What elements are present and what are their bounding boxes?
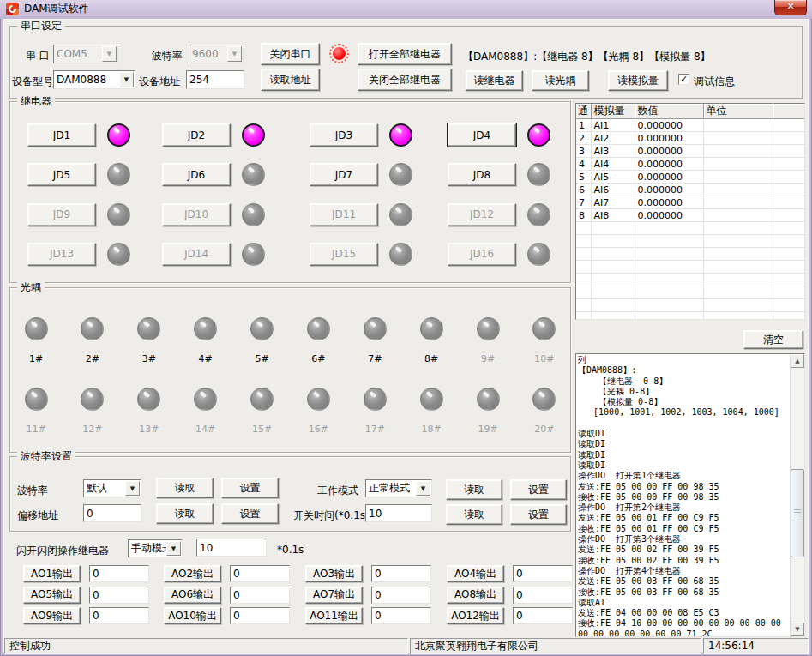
- opto-channel-label: 8#: [424, 353, 438, 364]
- offset-read-button[interactable]: 读取: [156, 503, 214, 524]
- relay-button[interactable]: JD5: [27, 163, 96, 186]
- scroll-up-icon[interactable]: ▲: [791, 354, 804, 368]
- baudrate-set-button[interactable]: 设置: [221, 478, 279, 498]
- relay-button[interactable]: JD4: [448, 123, 516, 147]
- offset-address-input[interactable]: [83, 504, 141, 522]
- read-address-button[interactable]: 读取地址: [261, 69, 320, 91]
- close-all-relays-button[interactable]: 关闭全部继电器: [358, 69, 452, 91]
- ao-output-button[interactable]: AO3输出: [305, 565, 363, 582]
- relay-button[interactable]: JD12: [448, 203, 516, 226]
- ao-value-input[interactable]: [371, 587, 431, 604]
- dropdown-arrow-icon[interactable]: ▼: [125, 481, 140, 496]
- ao-output-button[interactable]: AO5输出: [23, 587, 81, 604]
- ao-output-button[interactable]: AO11输出: [305, 607, 363, 624]
- ao-value-input[interactable]: [371, 607, 431, 624]
- read-analog-button[interactable]: 读模拟量: [608, 70, 668, 91]
- switch-time-input[interactable]: [365, 504, 432, 522]
- ao-value-input[interactable]: [513, 587, 573, 604]
- dropdown-arrow-icon[interactable]: ▼: [119, 72, 134, 87]
- relay-button[interactable]: JD16: [448, 243, 516, 266]
- ao-value-input[interactable]: [89, 607, 149, 624]
- scrollbar-thumb[interactable]: [791, 469, 804, 557]
- flash-time-input[interactable]: [196, 539, 267, 557]
- relay-button[interactable]: JD9: [27, 203, 96, 226]
- relay-button[interactable]: JD11: [310, 203, 378, 226]
- title-bar: DAM调试软件 ✕: [0, 0, 812, 19]
- baudrate-select[interactable]: 9600 ▼: [189, 45, 244, 63]
- relay-button[interactable]: JD10: [162, 203, 231, 226]
- ao-output-button[interactable]: AO12输出: [447, 607, 504, 624]
- opto-channel-label: 1#: [29, 353, 43, 364]
- relay-button[interactable]: JD14: [162, 243, 231, 266]
- relay-button[interactable]: JD1: [27, 123, 96, 147]
- opto-led-icon: [532, 317, 556, 340]
- read-relay-button[interactable]: 读继电器: [466, 70, 523, 91]
- log-scrollbar[interactable]: ▲ ▼: [790, 354, 804, 636]
- ao-output-button[interactable]: AO8输出: [447, 587, 504, 604]
- baudrate-read-button[interactable]: 读取: [156, 478, 214, 498]
- ao-value-input[interactable]: [513, 607, 573, 624]
- work-mode-select[interactable]: 正常模式 ▼: [365, 479, 432, 497]
- opto-channel-label: 17#: [365, 424, 385, 435]
- work-mode-set-button[interactable]: 设置: [510, 479, 567, 500]
- opto-channel: 15#: [244, 388, 281, 435]
- ao-output-button[interactable]: AO2输出: [164, 565, 221, 582]
- close-port-button[interactable]: 关闭串口: [261, 43, 320, 65]
- ao-value-input[interactable]: [89, 587, 149, 604]
- status-message-panel: 控制成功: [4, 638, 408, 654]
- offset-set-button[interactable]: 设置: [221, 503, 279, 524]
- relay-button[interactable]: JD3: [310, 123, 378, 147]
- work-mode-read-button[interactable]: 读取: [446, 479, 502, 500]
- opto-channel-label: 10#: [534, 353, 554, 364]
- clear-log-button[interactable]: 清空: [743, 330, 803, 349]
- ao-value-input[interactable]: [513, 565, 573, 582]
- read-opto-button[interactable]: 读光耦: [532, 70, 589, 91]
- baudrate-setting-value: 默认: [87, 481, 107, 496]
- serial-status-led-icon: [333, 47, 346, 60]
- close-button[interactable]: ✕: [774, 0, 807, 15]
- debug-info-checkbox[interactable]: ✓: [678, 74, 689, 85]
- switch-time-set-button[interactable]: 设置: [510, 504, 567, 525]
- scroll-down-icon[interactable]: ▼: [791, 623, 804, 636]
- analog-channel: 5: [576, 171, 591, 184]
- app-logo-icon: [6, 3, 19, 15]
- baudrate-setting-select[interactable]: 默认 ▼: [83, 479, 141, 497]
- opto-led-icon: [137, 388, 160, 411]
- ao-output-button[interactable]: AO9输出: [23, 607, 81, 624]
- ao-output-button[interactable]: AO10输出: [164, 607, 221, 624]
- port-select[interactable]: COM5 ▼: [53, 45, 118, 63]
- opto-channel: 19#: [469, 388, 507, 435]
- relay-button[interactable]: JD13: [27, 243, 96, 266]
- dropdown-arrow-icon[interactable]: ▼: [416, 481, 430, 496]
- baud-settings-group: 波特率设置 波特率 默认 ▼ 读取 设置 工作模式 正常模式 ▼ 读取 设置 偏…: [9, 456, 571, 532]
- analog-name: AI7: [591, 196, 635, 209]
- opto-led-icon: [364, 388, 387, 411]
- serial-settings-group: 串口设定 串 口 COM5 ▼ 波特率 9600 ▼ 关闭串口 打开全部继电器 …: [9, 26, 803, 99]
- dropdown-arrow-icon[interactable]: ▼: [102, 46, 117, 62]
- ao-value-input[interactable]: [371, 565, 431, 582]
- ao-value-input[interactable]: [230, 587, 290, 604]
- debug-log-panel[interactable]: 列【DAM0888】: 【继电器 0-8】 【光耦 0-8】 【模拟量 0-8】…: [575, 353, 805, 637]
- relay-button[interactable]: JD2: [162, 123, 231, 147]
- ao-output-button[interactable]: AO6输出: [164, 587, 221, 604]
- relay-button[interactable]: JD6: [162, 163, 231, 186]
- window-title: DAM调试软件: [24, 0, 89, 18]
- open-all-relays-button[interactable]: 打开全部继电器: [358, 43, 452, 65]
- relay-button[interactable]: JD8: [448, 163, 516, 186]
- ao-value-input[interactable]: [230, 565, 290, 582]
- flash-mode-select[interactable]: 手动模式 ▼: [128, 539, 183, 557]
- ao-output-button[interactable]: AO7输出: [305, 587, 363, 604]
- ao-value-input[interactable]: [89, 565, 149, 582]
- ao-output-button[interactable]: AO4输出: [447, 565, 504, 582]
- device-model-select[interactable]: DAM0888 ▼: [53, 70, 135, 89]
- device-address-input[interactable]: [186, 70, 244, 89]
- ao-value-input[interactable]: [230, 607, 290, 624]
- relay-channel: JD4: [448, 123, 563, 163]
- log-line: 接收:FE 05 00 02 FF 00 39 F5: [578, 556, 791, 566]
- relay-button[interactable]: JD7: [310, 163, 378, 186]
- dropdown-arrow-icon[interactable]: ▼: [227, 46, 242, 62]
- dropdown-arrow-icon[interactable]: ▼: [166, 541, 181, 556]
- relay-button[interactable]: JD15: [310, 243, 378, 266]
- ao-output-button[interactable]: AO1输出: [23, 565, 81, 582]
- switch-time-read-button[interactable]: 读取: [446, 504, 502, 525]
